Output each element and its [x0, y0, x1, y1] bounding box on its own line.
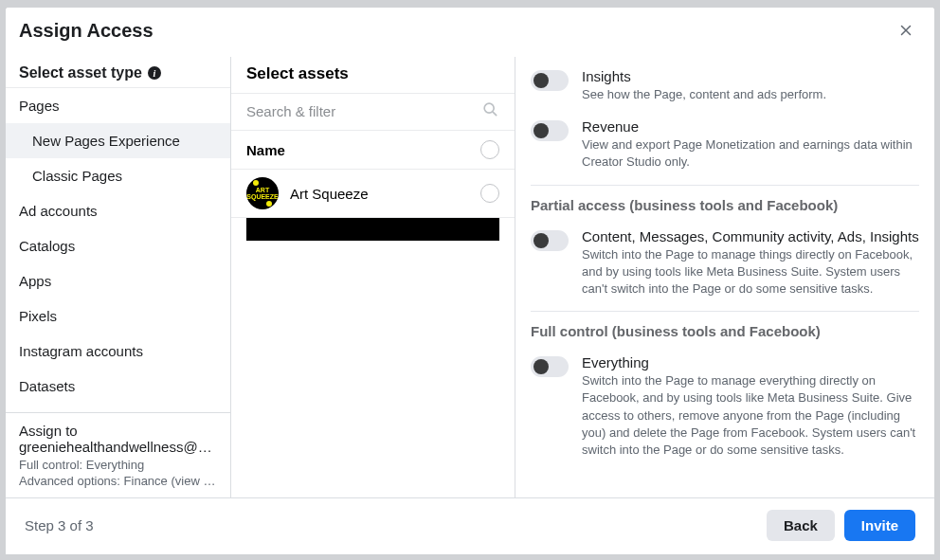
- asset-row-art-squeeze[interactable]: ARTSQUEEZE Art Squeeze: [231, 170, 515, 218]
- asset-search-input[interactable]: [246, 103, 480, 119]
- close-button[interactable]: [893, 17, 919, 44]
- toggle-partial[interactable]: [531, 230, 569, 251]
- asset-type-catalogs[interactable]: Catalogs: [6, 228, 230, 263]
- assign-to-email: greeniehealthandwellness@gmail.com: [19, 439, 217, 455]
- asset-type-pages[interactable]: Pages: [6, 88, 230, 123]
- perm-partial-desc: Switch into the Page to manage things di…: [582, 246, 919, 298]
- select-assets-pane: Select assets Name ARTSQUEEZE: [231, 57, 515, 497]
- asset-row-label: Art Squeeze: [290, 186, 469, 202]
- search-icon[interactable]: [480, 99, 499, 122]
- asset-name-header: Name: [231, 131, 515, 170]
- select-assets-heading: Select assets: [231, 57, 515, 93]
- asset-row-redacted[interactable]: [246, 218, 499, 241]
- invite-button[interactable]: Invite: [844, 510, 915, 541]
- perm-partial-title: Content, Messages, Community activity, A…: [582, 228, 919, 244]
- asset-type-scroll[interactable]: Select asset type i Pages New Pages Expe…: [6, 57, 230, 412]
- info-icon[interactable]: i: [148, 66, 161, 80]
- perm-revenue-desc: View and export Page Monetization and ea…: [582, 136, 919, 171]
- bg-edge-bottom: [0, 554, 940, 560]
- asset-type-new-pages-experience[interactable]: New Pages Experience: [6, 123, 230, 158]
- assign-to-line1: Full control: Everything: [19, 457, 217, 474]
- perm-insights-title: Insights: [582, 68, 826, 84]
- asset-type-ad-accounts[interactable]: Ad accounts: [6, 193, 230, 228]
- assign-access-modal: Assign Access Select asset type i Pages …: [6, 8, 934, 554]
- modal-body: Select asset type i Pages New Pages Expe…: [6, 57, 934, 497]
- svg-point-0: [484, 103, 494, 113]
- asset-search-row: [231, 94, 515, 131]
- permissions-pane[interactable]: Insights See how the Page, content and a…: [515, 57, 934, 497]
- assign-to-line2: Advanced options: Finance (view an…: [19, 473, 217, 490]
- perm-insights-desc: See how the Page, content and ads perfor…: [582, 86, 826, 103]
- asset-row-radio[interactable]: [480, 184, 499, 203]
- close-icon: [897, 22, 914, 39]
- modal-header: Assign Access: [6, 8, 934, 57]
- asset-type-heading: Select asset type i: [6, 57, 230, 87]
- asset-avatar-icon: ARTSQUEEZE: [246, 177, 279, 209]
- asset-type-datasets[interactable]: Datasets: [6, 369, 230, 404]
- asset-list-scroll[interactable]: ARTSQUEEZE Art Squeeze: [231, 170, 515, 497]
- back-button[interactable]: Back: [767, 510, 835, 541]
- perm-revenue-title: Revenue: [582, 118, 919, 135]
- perm-revenue: Revenue View and export Page Monetizatio…: [531, 113, 919, 180]
- perm-full: Everything Switch into the Page to manag…: [531, 349, 919, 468]
- step-indicator: Step 3 of 3: [25, 517, 94, 533]
- bg-edge-right: [934, 0, 940, 560]
- asset-type-heading-label: Select asset type: [19, 64, 142, 81]
- toggle-full[interactable]: [531, 356, 569, 377]
- asset-type-apps[interactable]: Apps: [6, 263, 230, 298]
- select-all-radio[interactable]: [480, 140, 499, 159]
- modal-title: Assign Access: [19, 20, 154, 42]
- toggle-insights[interactable]: [531, 70, 569, 91]
- perm-insights: Insights See how the Page, content and a…: [531, 63, 919, 113]
- assign-to-block: Assign to greeniehealthandwellness@gmail…: [6, 412, 230, 497]
- perm-full-desc: Switch into the Page to manage everythin…: [582, 372, 919, 459]
- asset-type-instagram-accounts[interactable]: Instagram accounts: [6, 334, 230, 369]
- asset-type-classic-pages[interactable]: Classic Pages: [6, 158, 230, 193]
- asset-type-pixels[interactable]: Pixels: [6, 298, 230, 334]
- perm-full-title: Everything: [582, 354, 919, 370]
- assign-to-label: Assign to: [19, 423, 217, 439]
- perm-partial: Content, Messages, Community activity, A…: [531, 223, 919, 308]
- toggle-revenue[interactable]: [531, 120, 569, 141]
- bg-edge-top: [0, 0, 940, 8]
- modal-footer: Step 3 of 3 Back Invite: [6, 497, 934, 554]
- asset-name-header-label: Name: [246, 142, 285, 158]
- partial-access-heading: Partial access (business tools and Faceb…: [531, 186, 919, 223]
- asset-type-pane: Select asset type i Pages New Pages Expe…: [6, 57, 231, 497]
- full-control-heading: Full control (business tools and Faceboo…: [531, 312, 919, 349]
